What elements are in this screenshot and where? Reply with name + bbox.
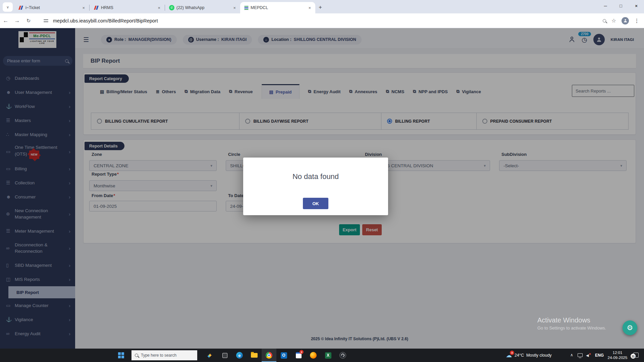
new-tab-button[interactable]: + <box>319 4 322 11</box>
obs-icon <box>339 352 346 359</box>
forward-button[interactable]: → <box>11 17 23 24</box>
taskbar-task-view-icon[interactable] <box>217 349 232 362</box>
modal-message: No data found <box>243 172 388 181</box>
address-bar[interactable]: mepdcl.ubs.ieasybill.com/BilledReport/Bi… <box>53 18 603 23</box>
tab-title: i~Ticket <box>25 5 79 10</box>
weather-temp: 24°C <box>515 353 524 358</box>
edge-icon: e <box>236 352 243 359</box>
search-icon[interactable] <box>603 19 606 22</box>
site-info-icon[interactable] <box>44 19 48 22</box>
weather-badge: 3 <box>510 351 514 355</box>
browser-toolbar: ← → ↻ mepdcl.ubs.ieasybill.com/BilledRep… <box>0 13 644 28</box>
taskbar-icons: ✦eO2X <box>203 349 350 362</box>
taskbar-edge-icon[interactable]: e <box>232 349 247 362</box>
tab-title: HRMS <box>101 5 155 10</box>
person-icon <box>623 18 628 23</box>
tray-expand-icon[interactable]: ∧ <box>570 353 573 357</box>
tab-close-icon[interactable]: × <box>232 5 237 10</box>
taskbar-firefox-icon[interactable] <box>306 349 321 362</box>
watermark-line2: Go to Settings to activate Windows. <box>537 325 606 330</box>
network-icon[interactable] <box>578 353 583 357</box>
taskbar-search[interactable] <box>131 350 197 360</box>
firefox-icon <box>310 352 317 359</box>
cloud-icon: ☁3 <box>506 352 512 359</box>
chrome-icon <box>266 352 272 359</box>
browser-tab-i-ticket[interactable]: i~Ticket× <box>14 2 89 13</box>
sparkle-icon: ✦ <box>208 352 212 359</box>
file-explorer-icon <box>251 353 258 358</box>
settings-fab-button[interactable]: ⚙ <box>623 320 637 335</box>
search-icon <box>135 354 138 357</box>
browser-profile-avatar[interactable] <box>622 17 629 24</box>
taskbar-obs-icon[interactable] <box>335 349 350 362</box>
maximize-button[interactable]: □ <box>613 0 629 11</box>
minimize-button[interactable]: ─ <box>598 0 613 11</box>
tab-search-button[interactable]: ∨ <box>3 2 13 12</box>
excel-icon: X <box>325 352 331 359</box>
watermark-line1: Activate Windows <box>537 316 606 324</box>
activate-windows-watermark: Activate Windows Go to Settings to activ… <box>537 316 606 330</box>
screen: ∨ i~Ticket×HRMS×✆(22) WhatsApp×MEPDCL× +… <box>0 0 644 362</box>
browser-tab-hrms[interactable]: HRMS× <box>90 2 165 13</box>
tab-close-icon[interactable]: × <box>81 5 86 10</box>
reload-button[interactable]: ↻ <box>23 18 34 24</box>
iticket-favicon-icon <box>18 5 23 10</box>
taskbar-file-explorer-icon[interactable] <box>247 349 262 362</box>
ok-button[interactable]: OK <box>303 198 328 209</box>
taskbar: ✦eO2X ☁3 24°C Mostly cloudy ∧ ◀✕ ENG 12:… <box>0 349 644 362</box>
browser-tabstrip: ∨ i~Ticket×HRMS×✆(22) WhatsApp×MEPDCL× +… <box>0 0 644 13</box>
browser-tab-mepdcl[interactable]: MEPDCL× <box>240 2 315 13</box>
language-indicator[interactable]: ENG <box>595 353 604 358</box>
task-view-icon <box>222 353 227 358</box>
close-window-button[interactable]: × <box>629 0 644 11</box>
tab-title: (22) WhatsApp <box>176 5 230 10</box>
tab-close-icon[interactable]: × <box>307 5 312 10</box>
tab-list: i~Ticket×HRMS×✆(22) WhatsApp×MEPDCL× <box>14 0 315 13</box>
notification-center-icon[interactable]: 11 <box>633 353 639 358</box>
taskbar-chrome-icon[interactable] <box>262 349 276 362</box>
taskbar-icon-badge: 2 <box>300 350 304 354</box>
hrms-favicon-icon <box>94 5 99 10</box>
mepdcl-favicon-icon <box>244 6 249 10</box>
browser-tab-22-whatsapp[interactable]: ✆(22) WhatsApp× <box>165 2 240 13</box>
tab-title: MEPDCL <box>251 5 305 10</box>
chevron-down-icon: ∨ <box>6 5 9 9</box>
weather-desc: Mostly cloudy <box>526 353 552 358</box>
notification-badge: 11 <box>631 354 636 359</box>
taskbar-outlook-icon[interactable]: O <box>276 349 291 362</box>
taskbar-excel-icon[interactable]: X <box>321 349 335 362</box>
start-button[interactable] <box>118 352 124 358</box>
gear-icon: ⚙ <box>627 324 633 332</box>
bookmark-star-icon[interactable]: ☆ <box>611 17 616 24</box>
clock-date: 24-09-2025 <box>604 355 631 360</box>
window-controls: ─ □ × <box>598 0 644 11</box>
volume-muted-icon[interactable]: ◀✕ <box>586 353 591 358</box>
no-data-modal: No data found OK <box>243 158 388 215</box>
weather-widget[interactable]: ☁3 24°C Mostly cloudy <box>506 349 552 362</box>
clock-time: 12:01 <box>604 350 631 355</box>
taskbar-clock[interactable]: 12:01 24-09-2025 <box>604 350 631 360</box>
whatsapp-favicon-icon: ✆ <box>169 5 174 10</box>
outlook-icon: O <box>281 352 287 359</box>
taskbar-calendar-icon[interactable]: 2 <box>291 349 306 362</box>
taskbar-sparkle-icon[interactable]: ✦ <box>203 349 217 362</box>
browser-menu-icon[interactable]: ⋮ <box>634 18 639 24</box>
tab-close-icon[interactable]: × <box>157 5 161 10</box>
back-button[interactable]: ← <box>0 17 11 24</box>
taskbar-search-input[interactable] <box>141 353 188 358</box>
